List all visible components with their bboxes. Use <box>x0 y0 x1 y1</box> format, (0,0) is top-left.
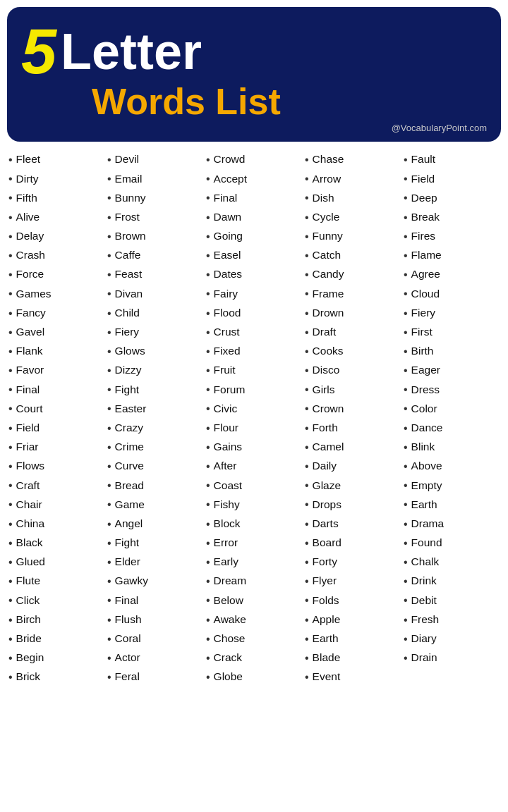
word-column-1: •Fleet•Dirty•Fifth•Alive•Delay•Crash•For… <box>7 150 106 687</box>
list-item: •Fancy <box>8 304 104 323</box>
list-item: •Funny <box>305 227 401 246</box>
bullet-icon: • <box>404 152 408 168</box>
list-item: •Chair <box>8 495 104 514</box>
word-text: Forty <box>313 554 337 570</box>
word-text: Earth <box>313 631 339 646</box>
bullet-icon: • <box>206 516 210 532</box>
list-item: •Birth <box>404 342 500 361</box>
bullet-icon: • <box>107 669 111 685</box>
word-text: Event <box>313 669 341 684</box>
word-text: Cloud <box>411 286 440 302</box>
list-item: •Flows <box>8 457 104 476</box>
list-item: •Flank <box>8 342 104 361</box>
header-website: @VocabularyPoint.com <box>21 123 487 133</box>
bullet-icon: • <box>305 324 309 340</box>
bullet-icon: • <box>305 266 309 283</box>
list-item: •Fairy <box>206 284 302 303</box>
list-item: •Angel <box>107 515 203 534</box>
bullet-icon: • <box>8 324 13 340</box>
bullet-icon: • <box>107 209 111 226</box>
list-item: •Crust <box>206 323 302 342</box>
word-text: Civic <box>214 401 238 417</box>
list-item: •Candy <box>305 265 401 284</box>
word-text: Empty <box>411 478 442 493</box>
word-text: Crack <box>214 650 242 665</box>
list-item: •Awake <box>206 610 302 629</box>
bullet-icon: • <box>206 420 210 436</box>
bullet-icon: • <box>8 266 13 283</box>
word-text: Chase <box>313 152 344 167</box>
bullet-icon: • <box>107 592 111 608</box>
list-item: •Disco <box>305 361 401 380</box>
bullet-icon: • <box>305 420 309 436</box>
bullet-icon: • <box>404 592 408 608</box>
list-item: •Earth <box>404 495 500 514</box>
list-item: •Actor <box>107 648 203 668</box>
bullet-icon: • <box>305 152 309 168</box>
word-text: Field <box>411 171 435 187</box>
word-text: Crowd <box>214 152 246 167</box>
word-text: Going <box>214 228 243 244</box>
word-text: Birch <box>16 612 41 627</box>
list-item: •Brick <box>8 668 104 687</box>
bullet-icon: • <box>8 228 13 245</box>
list-item: •Glued <box>8 553 104 572</box>
list-item: •Force <box>8 265 104 284</box>
list-item: •Fifth <box>8 188 104 207</box>
word-text: Bride <box>16 631 42 646</box>
list-item: •Field <box>8 419 104 438</box>
word-text: First <box>411 324 433 340</box>
list-item: •Forum <box>206 380 302 399</box>
bullet-icon: • <box>305 305 309 321</box>
bullet-icon: • <box>404 612 408 628</box>
word-text: Fight <box>115 382 139 398</box>
word-text: China <box>16 516 45 531</box>
bullet-icon: • <box>404 420 408 436</box>
list-item: •Begin <box>8 648 104 668</box>
word-text: Debit <box>411 593 437 608</box>
word-text: Below <box>214 593 243 608</box>
list-item: •Found <box>404 534 500 553</box>
list-item: •Child <box>107 304 203 323</box>
word-text: Gains <box>214 439 243 455</box>
word-text: Flyer <box>313 573 337 589</box>
bullet-icon: • <box>305 439 309 455</box>
word-text: Flute <box>16 573 40 589</box>
header-letter: Letter <box>61 26 202 77</box>
bullet-icon: • <box>305 535 309 551</box>
word-text: Drops <box>313 497 341 512</box>
word-text: Fixed <box>214 343 241 359</box>
bullet-icon: • <box>305 554 309 570</box>
list-item: •Darts <box>305 515 401 534</box>
list-item: •Drain <box>404 648 500 668</box>
bullet-icon: • <box>305 477 309 493</box>
word-text: Flame <box>411 247 442 263</box>
list-item: •Below <box>206 591 302 610</box>
list-item: •Black <box>8 534 104 553</box>
list-item: •Drama <box>404 515 500 534</box>
bullet-icon: • <box>8 343 13 359</box>
word-text: Craft <box>16 478 40 493</box>
bullet-icon: • <box>206 458 210 474</box>
list-item: •Frame <box>305 284 401 303</box>
list-item: •Chalk <box>404 553 500 572</box>
word-text: Black <box>16 535 43 550</box>
list-item: •Caffe <box>107 246 203 265</box>
bullet-icon: • <box>404 171 408 187</box>
word-text: Field <box>16 420 40 436</box>
bullet-icon: • <box>8 516 13 532</box>
list-item: •Drink <box>404 572 500 591</box>
bullet-icon: • <box>8 631 13 647</box>
bullet-icon: • <box>404 631 408 647</box>
word-column-3: •Crowd•Accept•Final•Dawn•Going•Easel•Dat… <box>205 150 303 687</box>
word-text: Drain <box>411 650 437 665</box>
word-text: Divan <box>115 286 143 302</box>
word-text: Blink <box>411 439 435 455</box>
word-text: Fruit <box>214 362 236 378</box>
word-text: Dawn <box>214 209 242 225</box>
word-text: Actor <box>115 650 140 665</box>
bullet-icon: • <box>8 362 13 379</box>
word-text: Forum <box>214 382 246 398</box>
word-text: Final <box>214 190 238 206</box>
list-item: •Favor <box>8 361 104 380</box>
